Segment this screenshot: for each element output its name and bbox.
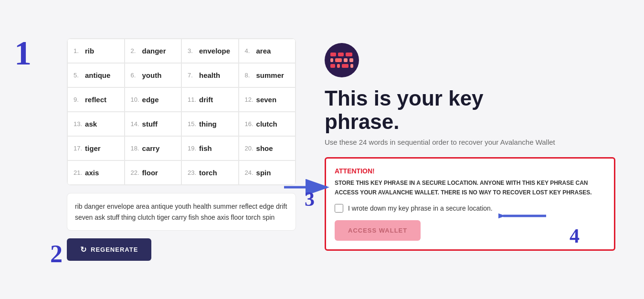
key-subtitle: Use these 24 words in sequential order t… bbox=[325, 137, 615, 148]
word-number: 6. bbox=[131, 72, 139, 79]
title-line2: phrase. bbox=[325, 110, 615, 133]
word-cell: 22.floor bbox=[125, 160, 182, 185]
word-value: clutch bbox=[256, 120, 277, 128]
svg-rect-1 bbox=[330, 53, 336, 56]
word-cell: 7.health bbox=[181, 63, 239, 87]
word-number: 8. bbox=[245, 72, 253, 79]
word-cell: 10.edge bbox=[125, 87, 182, 112]
logo-icon bbox=[325, 43, 359, 77]
word-cell: 16.clutch bbox=[239, 112, 296, 136]
word-number: 18. bbox=[131, 145, 139, 152]
phrase-box: rib danger envelope area antique youth h… bbox=[67, 193, 296, 231]
word-number: 14. bbox=[131, 120, 139, 128]
word-number: 5. bbox=[74, 72, 82, 79]
svg-rect-11 bbox=[350, 64, 353, 68]
word-value: fish bbox=[199, 144, 212, 152]
word-number: 9. bbox=[74, 96, 82, 103]
word-cell: 3.envelope bbox=[181, 39, 239, 63]
word-number: 1. bbox=[74, 47, 82, 54]
word-cell: 23.torch bbox=[181, 160, 239, 185]
word-value: reflect bbox=[85, 96, 106, 104]
svg-rect-9 bbox=[337, 64, 340, 68]
key-phrase-checkbox[interactable] bbox=[335, 204, 343, 213]
svg-rect-5 bbox=[335, 58, 342, 62]
main-container: 1 1.rib2.danger3.envelope4.area5.antique… bbox=[0, 24, 644, 275]
word-grid: 1.rib2.danger3.envelope4.area5.antique6.… bbox=[67, 39, 296, 185]
access-wallet-label: ACCESS WALLET bbox=[348, 227, 407, 234]
word-value: rib bbox=[85, 47, 94, 55]
word-cell: 14.stuff bbox=[125, 112, 182, 136]
word-cell: 21.axis bbox=[67, 160, 125, 185]
word-value: axis bbox=[85, 169, 99, 177]
title-line1: This is your key bbox=[325, 87, 615, 110]
word-value: envelope bbox=[199, 47, 230, 55]
word-value: floor bbox=[142, 169, 158, 177]
word-cell: 13.ask bbox=[67, 112, 125, 136]
word-cell: 9.reflect bbox=[67, 87, 125, 112]
logo-svg bbox=[329, 51, 354, 70]
word-value: antique bbox=[85, 71, 110, 79]
step-4-label: 4 bbox=[570, 224, 580, 247]
word-cell: 2.danger bbox=[125, 39, 182, 63]
word-cell: 8.summer bbox=[239, 63, 296, 87]
checkbox-label[interactable]: I wrote down my key phrase in a secure l… bbox=[348, 204, 493, 212]
checkbox-row: I wrote down my key phrase in a secure l… bbox=[335, 204, 605, 213]
word-cell: 19.fish bbox=[181, 136, 239, 160]
svg-rect-3 bbox=[346, 53, 352, 56]
word-cell: 1.rib bbox=[67, 39, 125, 63]
word-value: carry bbox=[142, 144, 160, 152]
word-value: edge bbox=[142, 96, 159, 104]
word-cell: 4.area bbox=[239, 39, 296, 63]
word-cell: 17.tiger bbox=[67, 136, 125, 160]
word-cell: 15.thing bbox=[181, 112, 239, 136]
regenerate-button[interactable]: ↻ REGENERATE bbox=[67, 238, 151, 261]
word-number: 23. bbox=[188, 169, 196, 176]
word-cell: 20.shoe bbox=[239, 136, 296, 160]
svg-rect-4 bbox=[330, 58, 333, 62]
word-number: 22. bbox=[131, 169, 139, 176]
svg-rect-8 bbox=[330, 64, 335, 68]
svg-rect-2 bbox=[338, 53, 344, 56]
step-3-label: 3 bbox=[305, 188, 315, 211]
arrow-4 bbox=[498, 204, 551, 230]
word-value: spin bbox=[256, 169, 271, 177]
regen-label: REGENERATE bbox=[91, 246, 138, 253]
word-cell: 18.carry bbox=[125, 136, 182, 160]
word-value: drift bbox=[199, 96, 213, 104]
word-value: youth bbox=[142, 71, 162, 79]
word-value: stuff bbox=[142, 120, 158, 128]
access-wallet-button[interactable]: ACCESS WALLET bbox=[335, 220, 421, 241]
word-value: shoe bbox=[256, 144, 273, 152]
word-value: thing bbox=[199, 120, 217, 128]
word-number: 15. bbox=[188, 120, 196, 128]
word-grid-container: 1.rib2.danger3.envelope4.area5.antique6.… bbox=[67, 38, 296, 185]
word-value: torch bbox=[199, 169, 217, 177]
word-number: 11. bbox=[188, 96, 196, 103]
word-cell: 11.drift bbox=[181, 87, 239, 112]
word-cell: 6.youth bbox=[125, 63, 182, 87]
word-value: health bbox=[199, 71, 220, 79]
key-phrase-title: This is your key phrase. Use these 24 wo… bbox=[325, 87, 615, 148]
svg-rect-6 bbox=[344, 58, 348, 62]
word-cell: 12.seven bbox=[239, 87, 296, 112]
word-number: 12. bbox=[245, 96, 253, 103]
word-number: 7. bbox=[188, 72, 196, 79]
word-number: 4. bbox=[245, 47, 253, 54]
word-value: tiger bbox=[85, 144, 101, 152]
svg-rect-10 bbox=[342, 64, 348, 68]
word-number: 16. bbox=[245, 120, 253, 128]
step-1-label: 1 bbox=[14, 33, 32, 73]
word-value: danger bbox=[142, 47, 166, 55]
svg-rect-7 bbox=[349, 58, 353, 62]
attention-body: STORE THIS KEY PHRASE IN A SECURE LOCATI… bbox=[335, 179, 605, 197]
word-number: 17. bbox=[74, 145, 82, 152]
word-value: ask bbox=[85, 120, 97, 128]
word-cell: 5.antique bbox=[67, 63, 125, 87]
word-value: area bbox=[256, 47, 271, 55]
word-number: 20. bbox=[245, 145, 253, 152]
word-value: summer bbox=[256, 71, 284, 79]
word-number: 2. bbox=[131, 47, 139, 54]
word-number: 10. bbox=[131, 96, 139, 103]
left-panel: 1.rib2.danger3.envelope4.area5.antique6.… bbox=[67, 38, 296, 261]
word-value: seven bbox=[256, 96, 277, 104]
